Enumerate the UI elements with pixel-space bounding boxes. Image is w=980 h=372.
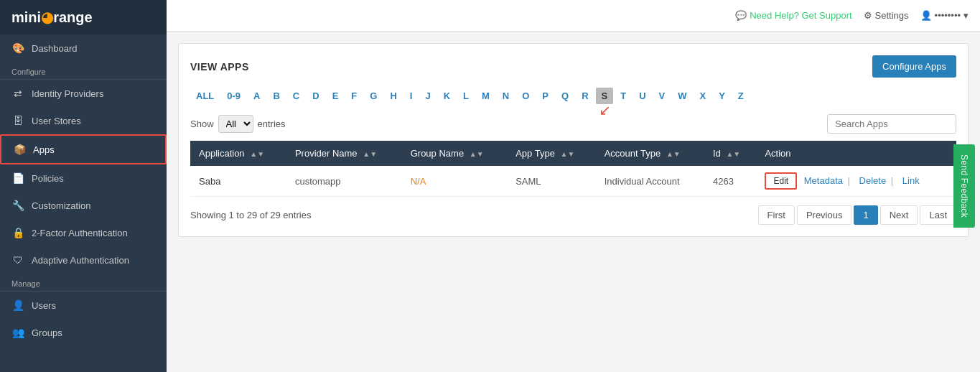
table-body: Saba customapp N/A SAML Individual Accou… (190, 166, 956, 197)
alpha-btn-v[interactable]: V (653, 88, 671, 104)
showing-text: Showing 1 to 29 of 29 entries (190, 210, 311, 220)
send-feedback-tab[interactable]: Send Feedback (953, 144, 975, 228)
alpha-btn-f[interactable]: F (345, 88, 363, 104)
sidebar-item-label: Apps (33, 144, 55, 155)
alpha-btn-a[interactable]: A (248, 88, 266, 104)
sort-icon: ▲▼ (561, 150, 575, 158)
configure-label: Configure (0, 62, 167, 80)
delete-link[interactable]: Delete (859, 175, 887, 186)
chat-icon: 💬 (735, 10, 747, 21)
2fa-icon: 🔒 (11, 226, 24, 239)
alpha-btn-l[interactable]: L (457, 88, 475, 104)
alpha-btn-h[interactable]: H (384, 88, 402, 104)
previous-button[interactable]: Previous (797, 205, 852, 225)
alpha-btn-j[interactable]: J (419, 88, 436, 104)
sidebar-item-adaptive-auth[interactable]: 🛡 Adaptive Authentication (0, 246, 167, 274)
alpha-btn-m[interactable]: M (476, 88, 495, 104)
alpha-btn-w[interactable]: W (672, 88, 692, 104)
show-row: Show All 10 25 50 entries (190, 114, 956, 134)
col-application: Application ▲▼ (190, 141, 286, 166)
alpha-btn-z[interactable]: Z (732, 88, 750, 104)
sidebar-item-user-stores[interactable]: 🗄 User Stores (0, 107, 167, 134)
sidebar-item-apps[interactable]: 📦 Apps (0, 134, 167, 164)
alphabet-filter: ALL0-9ABCDEFGHIJKLMNOPQRS↗TUVWXYZ (190, 88, 956, 104)
cell-apptype: SAML (507, 166, 596, 197)
dashboard-icon: 🎨 (11, 42, 24, 55)
sidebar-item-customization[interactable]: 🔧 Customization (0, 192, 167, 219)
sidebar-item-2fa[interactable]: 🔒 2-Factor Authentication (0, 219, 167, 246)
help-link[interactable]: 💬 Need Help? Get Support (735, 10, 851, 21)
first-button[interactable]: First (758, 205, 795, 225)
last-button[interactable]: Last (920, 205, 956, 225)
alpha-btn-all[interactable]: ALL (190, 88, 220, 104)
alpha-btn-0-9[interactable]: 0-9 (221, 88, 246, 104)
content-area: VIEW APPS Configure Apps ALL0-9ABCDEFGHI… (167, 32, 980, 372)
show-label: Show (190, 118, 214, 129)
chevron-down-icon: ▾ (963, 10, 969, 21)
sidebar-item-policies[interactable]: 📄 Policies (0, 164, 167, 192)
col-label: App Type (515, 148, 555, 159)
search-input[interactable] (827, 114, 956, 134)
sidebar: mini◕range 🎨 Dashboard Configure ⇄ Ident… (0, 0, 167, 372)
alpha-btn-i[interactable]: I (404, 88, 419, 104)
alpha-btn-n[interactable]: N (497, 88, 515, 104)
table-header: Application ▲▼ Provider Name ▲▼ Group Na… (190, 141, 956, 166)
settings-label: Settings (875, 10, 909, 21)
sep2: | (891, 175, 893, 186)
alpha-btn-r[interactable]: R (576, 88, 594, 104)
alpha-btn-s[interactable]: S (596, 88, 614, 104)
user-menu[interactable]: 👤 •••••••• ▾ (920, 10, 969, 21)
alpha-btn-x[interactable]: X (694, 88, 712, 104)
view-apps-header: VIEW APPS Configure Apps (190, 55, 956, 78)
alpha-btn-k[interactable]: K (438, 88, 456, 104)
entries-select[interactable]: All 10 25 50 (218, 115, 253, 133)
gear-icon: ⚙ (864, 10, 872, 21)
alpha-btn-b[interactable]: B (267, 88, 285, 104)
metadata-link[interactable]: Metadata (804, 175, 843, 186)
main-container: 💬 Need Help? Get Support ⚙ Settings 👤 ••… (167, 0, 980, 372)
cell-action: Edit Metadata | Delete | Link (756, 166, 956, 197)
alpha-btn-u[interactable]: U (633, 88, 651, 104)
alpha-btn-o[interactable]: O (516, 88, 535, 104)
col-account: Account Type ▲▼ (596, 141, 704, 166)
apps-icon: 📦 (13, 143, 26, 156)
next-button[interactable]: Next (880, 205, 918, 225)
alpha-btn-c[interactable]: C (287, 88, 305, 104)
sidebar-item-label: Users (32, 300, 56, 311)
pagination-row: Showing 1 to 29 of 29 entries First Prev… (190, 205, 956, 225)
entries-label: entries (258, 118, 286, 129)
user-name: •••••••• (935, 10, 961, 21)
show-entries-left: Show All 10 25 50 entries (190, 115, 286, 133)
identity-providers-icon: ⇄ (11, 87, 24, 100)
edit-button[interactable]: Edit (765, 172, 797, 190)
sort-icon: ▲▼ (726, 150, 740, 158)
logo: mini◕range (0, 0, 167, 34)
view-apps-card: VIEW APPS Configure Apps ALL0-9ABCDEFGHI… (178, 43, 969, 237)
col-label: Account Type (605, 148, 661, 159)
sort-icon: ▲▼ (470, 150, 484, 158)
alpha-btn-d[interactable]: D (307, 88, 325, 104)
settings-link[interactable]: ⚙ Settings (864, 10, 909, 21)
col-group: Group Name ▲▼ (402, 141, 507, 166)
alpha-btn-t[interactable]: T (615, 88, 632, 104)
help-label: Need Help? Get Support (750, 10, 851, 21)
col-id: Id ▲▼ (704, 141, 756, 166)
sidebar-item-identity-providers[interactable]: ⇄ Identity Providers (0, 80, 167, 107)
app-name: Saba (199, 176, 220, 187)
alpha-btn-p[interactable]: P (536, 88, 554, 104)
sidebar-item-label: Groups (32, 327, 62, 338)
page-1-button[interactable]: 1 (854, 205, 877, 225)
sidebar-item-users[interactable]: 👤 Users (0, 292, 167, 319)
sidebar-item-dashboard[interactable]: 🎨 Dashboard (0, 34, 167, 62)
sidebar-item-label: Customization (32, 200, 90, 211)
alpha-btn-g[interactable]: G (364, 88, 383, 104)
sidebar-item-groups[interactable]: 👥 Groups (0, 319, 167, 346)
sort-icon: ▲▼ (363, 150, 377, 158)
customization-icon: 🔧 (11, 199, 24, 212)
alpha-btn-y[interactable]: Y (713, 88, 731, 104)
alpha-btn-q[interactable]: Q (556, 88, 574, 104)
alpha-btn-e[interactable]: E (327, 88, 345, 104)
configure-apps-button[interactable]: Configure Apps (872, 55, 956, 78)
link-link[interactable]: Link (902, 175, 920, 186)
sort-icon: ▲▼ (666, 150, 681, 158)
